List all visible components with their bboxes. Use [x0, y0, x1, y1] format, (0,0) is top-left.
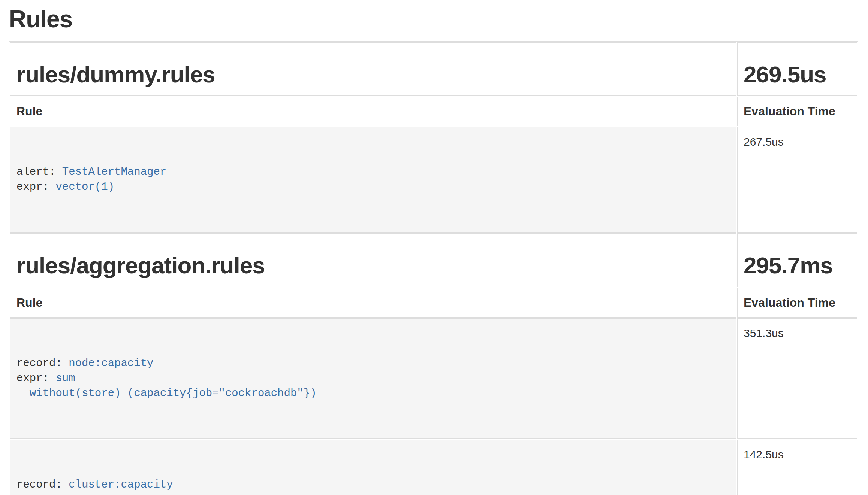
rule-code-line: without(store) (capacity{job="cockroachd…: [16, 386, 730, 401]
rule-code: record: cluster:capacityexpr: sum withou…: [16, 477, 730, 495]
rule-code: alert: TestAlertManagerexpr: vector(1): [16, 165, 730, 195]
rules-page: Rules rules/dummy.rules 269.5us Rule Eva…: [0, 6, 868, 495]
rule-definition-cell: record: cluster:capacityexpr: sum withou…: [10, 440, 736, 495]
rule-evaluation-time: 267.5us: [737, 127, 857, 233]
evaluation-time-column-header: Evaluation Time: [737, 288, 857, 318]
rule-group-file: rules/dummy.rules: [16, 62, 730, 86]
rule-row: record: node:capacityexpr: sum without(s…: [10, 318, 857, 439]
rule-group-file: rules/aggregation.rules: [16, 253, 730, 277]
rule-expression-link[interactable]: node:capacity: [69, 357, 153, 370]
rule-code-line: record: cluster:capacity: [16, 477, 730, 492]
rule-expression-link[interactable]: sum: [55, 494, 75, 495]
rule-evaluation-time: 142.5us: [737, 440, 857, 495]
rule-evaluation-time: 351.3us: [737, 318, 857, 439]
rule-expression-link[interactable]: cluster:capacity: [69, 479, 173, 491]
evaluation-time-column-header: Evaluation Time: [737, 97, 857, 126]
rule-keyword-label: expr:: [16, 494, 55, 495]
rule-row: record: cluster:capacityexpr: sum withou…: [10, 440, 857, 495]
rule-keyword-label: expr:: [16, 181, 55, 193]
rule-keyword-label: record:: [16, 479, 69, 491]
rule-group-evaluation-time: 269.5us: [744, 62, 851, 86]
rule-group-eval-time-cell: 295.7ms: [737, 233, 857, 287]
rule-keyword-label: expr:: [16, 372, 55, 385]
rule-code-line: alert: TestAlertManager: [16, 165, 730, 180]
rule-group-header-row: rules/aggregation.rules 295.7ms: [10, 233, 857, 287]
rule-definition-cell: alert: TestAlertManagerexpr: vector(1): [10, 127, 736, 233]
column-header-row: Rule Evaluation Time: [10, 97, 857, 126]
rule-row: alert: TestAlertManagerexpr: vector(1) 2…: [10, 127, 857, 233]
rule-expression-link[interactable]: vector(1): [55, 181, 114, 193]
rule-expression-link[interactable]: sum: [55, 372, 75, 385]
rule-group-title-cell: rules/dummy.rules: [10, 42, 736, 96]
rule-code-line: expr: sum: [16, 371, 730, 386]
rule-group-header-row: rules/dummy.rules 269.5us: [10, 42, 857, 96]
rule-column-header: Rule: [10, 288, 736, 318]
rule-expression-link[interactable]: TestAlertManager: [62, 166, 166, 178]
rule-group-evaluation-time: 295.7ms: [744, 253, 851, 277]
rule-expression-link[interactable]: without(store) (capacity{job="cockroachd…: [30, 387, 317, 400]
rule-code-line: record: node:capacity: [16, 356, 730, 371]
rule-group-title-cell: rules/aggregation.rules: [10, 233, 736, 287]
rule-code-line: expr: sum: [16, 492, 730, 495]
page-title: Rules: [9, 6, 858, 32]
rule-code: record: node:capacityexpr: sum without(s…: [16, 356, 730, 401]
rule-column-header: Rule: [10, 97, 736, 126]
rule-keyword-label: record:: [16, 357, 69, 370]
rule-group-eval-time-cell: 269.5us: [737, 42, 857, 96]
rules-table: rules/dummy.rules 269.5us Rule Evaluatio…: [9, 41, 858, 495]
rule-code-line: expr: vector(1): [16, 180, 730, 195]
rule-keyword-label: alert:: [16, 166, 62, 178]
rule-keyword-label: [16, 387, 30, 400]
column-header-row: Rule Evaluation Time: [10, 288, 857, 318]
rule-definition-cell: record: node:capacityexpr: sum without(s…: [10, 318, 736, 439]
